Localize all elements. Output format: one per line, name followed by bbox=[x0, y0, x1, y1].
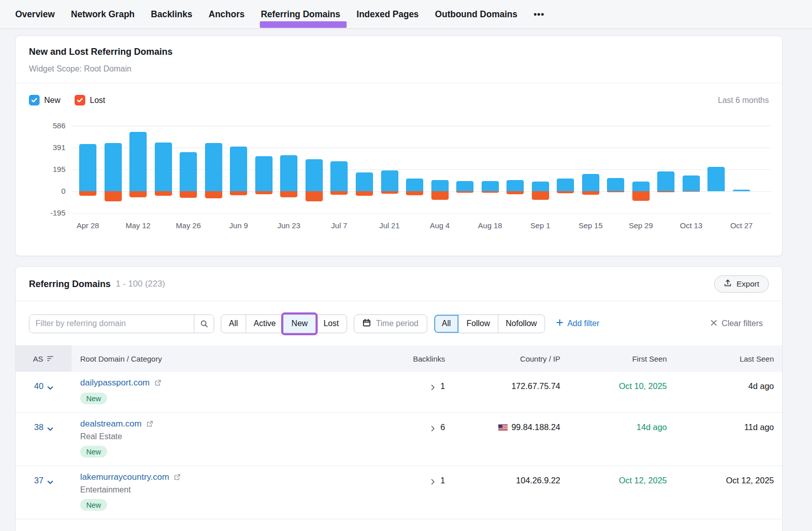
as-value: 40 bbox=[34, 381, 43, 391]
filter-follow-follow[interactable]: Follow bbox=[458, 315, 497, 333]
nav-tab-overview[interactable]: Overview bbox=[15, 9, 55, 20]
column-header-first-seen: First Seen bbox=[560, 345, 667, 372]
y-axis-tick: -195 bbox=[16, 208, 65, 218]
filter-status-lost[interactable]: Lost bbox=[315, 315, 346, 333]
domain-link[interactable]: dealstream.com bbox=[80, 419, 142, 429]
bar-new-aug-18 bbox=[482, 181, 499, 191]
column-header-country-ip: Country / IP bbox=[445, 345, 560, 372]
backlinks-value: 6 bbox=[441, 422, 445, 432]
x-axis-tick: Jul 21 bbox=[367, 221, 413, 230]
y-axis-tick: 391 bbox=[16, 143, 65, 153]
domain-cell: dealstream.comReal EstateNew bbox=[72, 413, 374, 466]
bar-lost-sep-1 bbox=[532, 191, 549, 200]
chart-period-label: Last 6 months bbox=[718, 96, 769, 105]
bar-new-sep-15 bbox=[582, 174, 599, 191]
new-badge: New bbox=[80, 499, 107, 511]
bar-new-may-26 bbox=[180, 152, 197, 191]
chevron-down-icon[interactable] bbox=[47, 424, 53, 433]
chart-card-title: New and Lost Referring Domains bbox=[29, 47, 769, 57]
us-flag-icon bbox=[498, 424, 507, 431]
x-axis-tick: May 12 bbox=[115, 221, 161, 230]
new-checkbox[interactable] bbox=[29, 95, 40, 105]
bar-new-may-5 bbox=[105, 143, 122, 191]
badge-row: New bbox=[80, 446, 374, 457]
domain-line: dealstream.com bbox=[80, 419, 374, 429]
bar-lost-sep-8 bbox=[557, 191, 574, 193]
table-title: Referring Domains bbox=[29, 279, 111, 290]
first-seen-value: 14d ago bbox=[636, 422, 667, 432]
top-nav: OverviewNetwork GraphBacklinksAnchorsRef… bbox=[0, 0, 812, 29]
bar-lost-oct-6 bbox=[657, 191, 674, 192]
table-row: 37lakemurraycountry.comEntertainmentNew1… bbox=[16, 466, 782, 519]
bar-new-jul-7 bbox=[330, 161, 348, 192]
external-link-icon[interactable] bbox=[146, 420, 153, 428]
bar-new-jun-16 bbox=[255, 156, 273, 192]
domain-link[interactable]: dailypassport.com bbox=[80, 378, 150, 388]
chart-card-subtitle: Widget Scope: Root Domain bbox=[29, 64, 769, 74]
domain-filter-input[interactable] bbox=[29, 315, 194, 333]
filter-follow-all[interactable]: All bbox=[434, 315, 459, 333]
gridline bbox=[72, 169, 771, 170]
last-seen-value: Oct 12, 2025 bbox=[726, 476, 774, 485]
x-axis-tick: Jul 7 bbox=[316, 221, 362, 230]
status-filter-group: AllActiveNewLost bbox=[221, 314, 347, 333]
external-link-icon[interactable] bbox=[174, 474, 181, 481]
legend-label: New bbox=[44, 96, 60, 105]
nav-tab-outbound-domains[interactable]: Outbound Domains bbox=[435, 9, 517, 20]
export-button[interactable]: Export bbox=[714, 275, 769, 293]
filter-status-new[interactable]: New bbox=[283, 315, 315, 333]
sort-icon bbox=[47, 355, 54, 363]
chevron-down-icon[interactable] bbox=[47, 477, 53, 486]
nav-tab-indexed-pages[interactable]: Indexed Pages bbox=[357, 9, 419, 20]
column-header-root-domain-category: Root Domain / Category bbox=[72, 345, 374, 372]
bar-new-sep-29 bbox=[632, 182, 650, 191]
add-filter-label: Add filter bbox=[567, 319, 599, 328]
country-ip-cell: 99.84.188.24 bbox=[445, 413, 560, 466]
lost-checkbox[interactable] bbox=[75, 95, 85, 105]
first-seen-cell: 14d ago bbox=[560, 413, 667, 466]
ip-value: 99.84.188.24 bbox=[512, 422, 560, 432]
external-link-icon[interactable] bbox=[154, 379, 161, 386]
clear-filters-button[interactable]: Clear filters bbox=[710, 319, 769, 328]
nav-tab-backlinks[interactable]: Backlinks bbox=[151, 9, 192, 20]
bar-lost-jul-14 bbox=[356, 191, 373, 196]
nav-tab-network-graph[interactable]: Network Graph bbox=[71, 9, 134, 20]
bar-lost-oct-13 bbox=[683, 191, 700, 192]
bar-new-jul-28 bbox=[406, 179, 423, 191]
bar-new-aug-4 bbox=[431, 180, 449, 191]
bar-new-jun-2 bbox=[205, 143, 222, 191]
nav-more-button[interactable]: ••• bbox=[533, 9, 544, 20]
filter-status-all[interactable]: All bbox=[221, 315, 246, 333]
table-row: 38dealstream.comReal EstateNew699.84.188… bbox=[16, 413, 782, 466]
nav-items: OverviewNetwork GraphBacklinksAnchorsRef… bbox=[15, 9, 545, 20]
add-filter-button[interactable]: Add filter bbox=[556, 319, 599, 328]
column-header-as[interactable]: AS bbox=[16, 345, 72, 372]
active-tab-underline bbox=[260, 21, 347, 28]
nav-tab-referring-domains[interactable]: Referring Domains bbox=[261, 9, 341, 20]
bar-new-sep-1 bbox=[532, 182, 549, 191]
filter-status-active[interactable]: Active bbox=[246, 315, 284, 333]
column-header-last-seen: Last Seen bbox=[667, 345, 774, 372]
expand-row-icon[interactable] bbox=[431, 383, 435, 393]
as-cell: 37 bbox=[16, 466, 72, 519]
first-seen-cell: Oct 12, 2025 bbox=[560, 466, 667, 519]
time-period-button[interactable]: Time period bbox=[354, 314, 427, 333]
first-seen-cell: Oct 10, 2025 bbox=[560, 372, 667, 412]
bar-new-jul-21 bbox=[381, 170, 398, 191]
domain-link[interactable]: lakemurraycountry.com bbox=[80, 472, 169, 482]
last-seen-value: 4d ago bbox=[749, 381, 774, 391]
bar-new-sep-22 bbox=[607, 178, 624, 192]
filter-follow-nofollow[interactable]: Nofollow bbox=[498, 315, 545, 333]
expand-row-icon[interactable] bbox=[431, 424, 435, 434]
bar-lost-sep-22 bbox=[607, 191, 624, 192]
x-axis-tick: Oct 13 bbox=[668, 221, 714, 230]
bar-new-oct-13 bbox=[683, 175, 700, 191]
expand-row-icon[interactable] bbox=[431, 478, 435, 487]
search-icon[interactable] bbox=[194, 315, 214, 333]
chevron-down-icon[interactable] bbox=[47, 383, 53, 392]
first-seen-value: Oct 10, 2025 bbox=[619, 381, 667, 391]
bar-lost-sep-15 bbox=[582, 191, 599, 195]
table-header-row: ASRoot Domain / CategoryBacklinksCountry… bbox=[16, 345, 782, 372]
nav-tab-anchors[interactable]: Anchors bbox=[209, 9, 245, 20]
bar-lost-jul-7 bbox=[330, 191, 348, 195]
